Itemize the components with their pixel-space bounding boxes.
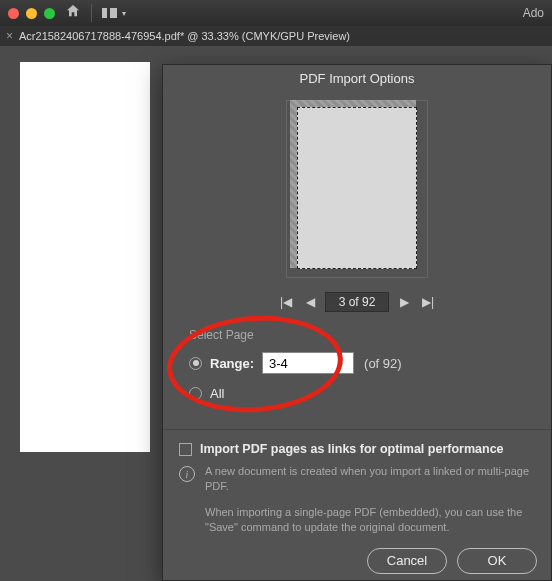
pager-count: 3 of 92 (325, 292, 389, 312)
app-toolbar: ▾ Ado (0, 0, 552, 26)
preview-page-front (297, 107, 417, 269)
chevron-down-icon: ▾ (122, 9, 126, 18)
home-icon[interactable] (65, 3, 81, 23)
pager-next-button[interactable]: ▶ (395, 293, 413, 311)
arrange-documents-button[interactable]: ▾ (102, 8, 126, 18)
pager-first-button[interactable]: |◀ (277, 293, 295, 311)
import-as-links-row: Import PDF pages as links for optimal pe… (163, 430, 551, 462)
document-tab-title: Acr21582406717888-476954.pdf* @ 33.33% (… (19, 30, 350, 42)
dialog-title: PDF Import Options (163, 65, 551, 96)
range-of-text: (of 92) (364, 356, 402, 371)
ok-button[interactable]: OK (457, 548, 537, 574)
info-paragraph-1: A new document is created when you impor… (205, 464, 535, 495)
minimize-window-button[interactable] (26, 8, 37, 19)
page-preview (286, 100, 428, 278)
range-radio-label: Range: (210, 356, 254, 371)
document-tab[interactable]: × Acr21582406717888-476954.pdf* @ 33.33%… (6, 30, 350, 42)
info-text: A new document is created when you impor… (205, 464, 535, 536)
toolbar-divider (91, 4, 92, 22)
select-page-label: Select Page (189, 328, 525, 342)
cancel-button[interactable]: Cancel (367, 548, 447, 574)
info-paragraph-2: When importing a single-page PDF (embedd… (205, 505, 535, 536)
range-input[interactable] (262, 352, 354, 374)
dialog-button-row: Cancel OK (163, 536, 551, 581)
select-page-section: Select Page Range: (of 92) All (163, 326, 551, 423)
import-as-links-label: Import PDF pages as links for optimal pe… (200, 442, 504, 456)
info-row: i A new document is created when you imp… (163, 462, 551, 536)
close-tab-icon[interactable]: × (6, 30, 13, 42)
pdf-import-options-dialog: PDF Import Options |◀ ◀ 3 of 92 ▶ ▶| Sel… (162, 64, 552, 581)
document-tab-bar: × Acr21582406717888-476954.pdf* @ 33.33%… (0, 26, 552, 46)
import-as-links-checkbox[interactable] (179, 443, 192, 456)
preview-pager: |◀ ◀ 3 of 92 ▶ ▶| (163, 286, 551, 326)
range-radio-row: Range: (of 92) (189, 352, 525, 374)
close-window-button[interactable] (8, 8, 19, 19)
range-radio[interactable] (189, 357, 202, 370)
all-radio-row: All (189, 386, 525, 401)
page-preview-wrap (163, 96, 551, 286)
all-radio-label: All (210, 386, 224, 401)
all-radio[interactable] (189, 387, 202, 400)
window-controls (8, 8, 55, 19)
zoom-window-button[interactable] (44, 8, 55, 19)
info-icon: i (179, 466, 195, 482)
artboard (20, 62, 150, 452)
pager-last-button[interactable]: ▶| (419, 293, 437, 311)
pager-prev-button[interactable]: ◀ (301, 293, 319, 311)
app-name-fragment: Ado (523, 6, 544, 20)
